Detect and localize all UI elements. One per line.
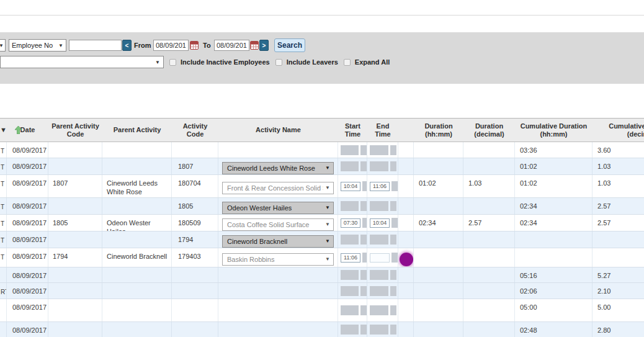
cell-end <box>367 267 398 282</box>
time-picker-button <box>390 325 396 335</box>
activity-name-select[interactable]: Baskin Robbins▼ <box>222 253 334 266</box>
cell-parent_code <box>48 142 102 158</box>
activity-name-value: Odeon Wester Hailes <box>227 204 323 212</box>
chevron-down-icon: ▼ <box>325 237 330 246</box>
chevron-down-icon: ▼ <box>325 204 330 212</box>
employee-filter-select[interactable]: Employee No ▼ <box>9 39 66 52</box>
cell-cumulative_decimal: 2.57 <box>593 198 644 214</box>
activity-name-value: Front & Rear Concession Solid Su <box>227 184 323 192</box>
time-picker-button[interactable] <box>362 181 367 191</box>
activity-name-select[interactable]: Front & Rear Concession Solid Su▼ <box>222 182 334 194</box>
cell-frag: T <box>0 198 7 214</box>
cell-frag: T <box>0 231 7 248</box>
cell-date: 08/09/2017 <box>7 215 48 231</box>
activity-name-select[interactable]: Odeon Wester Hailes▼ <box>222 202 334 214</box>
time-picker-button[interactable] <box>391 181 398 191</box>
cell-cumulative_decimal: 5.27 <box>593 267 644 282</box>
from-date-input[interactable] <box>153 40 189 51</box>
cell-parent_code <box>48 231 102 248</box>
to-calendar-icon[interactable] <box>250 41 259 50</box>
cell-date: 08/09/2017 <box>7 322 48 337</box>
cell-start <box>338 248 367 267</box>
activity-name-select[interactable]: Costa Coffee Solid Surface▼ <box>222 218 334 231</box>
from-calendar-icon[interactable] <box>190 41 199 50</box>
cell-end <box>367 248 398 267</box>
cutoff-left-select[interactable]: ▼ <box>0 39 6 52</box>
cell-start <box>338 175 367 197</box>
cell-activity_code: 1807 <box>172 158 218 174</box>
table-row: 08/09/201705:005.00 <box>0 299 644 322</box>
start-time-input[interactable] <box>341 218 360 228</box>
cell-activity_code: 179403 <box>172 248 218 267</box>
end-time-input[interactable] <box>370 182 390 191</box>
table-row: 08/09/201705:165.27 <box>0 267 644 283</box>
cell-date: 08/09/2017 <box>7 231 48 248</box>
cell-cumulative_hhmm: 05:00 <box>515 299 593 321</box>
cell-duration_hhmm <box>414 198 463 214</box>
cell-activity <box>218 142 338 158</box>
cell-spacer <box>398 142 414 158</box>
include-leavers-checkbox[interactable] <box>275 59 282 66</box>
column-header-parent_code: Parent Activity Code <box>48 119 102 142</box>
column-header-date[interactable]: Date <box>7 119 48 142</box>
time-picker-button <box>390 161 396 171</box>
employee-name-select[interactable]: ▼ <box>0 56 164 68</box>
time-field-placeholder <box>370 145 388 155</box>
cell-start <box>338 322 367 337</box>
cell-activity_code <box>172 299 218 321</box>
activity-name-select[interactable]: Cineworld Bracknell▼ <box>222 235 334 248</box>
cell-date: 08/09/2017 <box>7 248 48 267</box>
search-button[interactable]: Search <box>274 38 305 52</box>
time-picker-button[interactable] <box>391 253 398 263</box>
cell-duration_hhmm: 02:34 <box>414 215 463 231</box>
chevron-down-icon: ▼ <box>155 60 160 65</box>
end-time-input[interactable] <box>370 253 390 263</box>
cell-cumulative_hhmm: 02:48 <box>515 322 593 337</box>
cell-parent_code <box>48 283 102 299</box>
include-inactive-checkbox[interactable] <box>169 59 176 66</box>
cell-spacer <box>398 231 414 248</box>
chevron-down-icon: ▼ <box>325 164 330 173</box>
next-date-button[interactable]: > <box>259 40 269 51</box>
time-field-placeholder <box>370 235 388 245</box>
cell-duration_hhmm <box>414 322 463 337</box>
cell-end <box>367 142 398 158</box>
time-picker-button <box>390 201 396 211</box>
time-picker-button[interactable] <box>362 218 367 228</box>
sort-ascending-icon[interactable] <box>15 126 22 134</box>
cell-parent_code: 1807 <box>48 175 102 197</box>
cell-activity_code: 180509 <box>172 215 218 231</box>
cell-parent_code: 1794 <box>48 248 102 267</box>
column-header-end: End Time <box>367 119 398 142</box>
cell-duration_hhmm <box>414 299 463 321</box>
top-divider <box>0 15 644 16</box>
cell-start <box>338 299 367 321</box>
cell-duration_decimal <box>463 198 515 214</box>
column-header-duration_decimal: Duration (decimal) <box>463 119 515 142</box>
cell-frag: T <box>0 215 7 231</box>
cell-cumulative_decimal: 2.80 <box>593 322 644 337</box>
end-time-input[interactable] <box>370 218 390 228</box>
activity-name-value: Costa Coffee Solid Surface <box>227 220 323 229</box>
cell-cumulative_hhmm: 03:36 <box>515 142 593 158</box>
to-date-input[interactable] <box>214 40 249 51</box>
chevron-down-icon: ▼ <box>325 184 330 192</box>
time-picker-button <box>390 270 396 280</box>
cell-cumulative_hhmm: 02:34 <box>515 198 593 214</box>
cell-cumulative_decimal: 5.00 <box>593 299 644 321</box>
time-picker-button[interactable] <box>362 253 367 263</box>
expand-all-checkbox[interactable] <box>344 59 351 66</box>
activity-name-select[interactable]: Cineworld Leeds White Rose▼ <box>222 162 334 174</box>
start-time-input[interactable] <box>341 182 360 191</box>
employee-search-input[interactable] <box>69 40 122 51</box>
time-picker-button <box>360 235 367 245</box>
cell-spacer <box>398 175 414 197</box>
start-time-input[interactable] <box>341 253 360 263</box>
previous-date-button[interactable]: < <box>122 40 132 51</box>
cell-cumulative_decimal: 2.10 <box>593 283 644 299</box>
time-field-placeholder <box>341 305 359 315</box>
table-row: T08/09/20171794Cineworld Bracknell▼ <box>0 231 644 248</box>
cell-frag: T <box>0 158 7 174</box>
cell-duration_hhmm <box>414 142 463 158</box>
time-picker-button[interactable] <box>391 218 398 228</box>
